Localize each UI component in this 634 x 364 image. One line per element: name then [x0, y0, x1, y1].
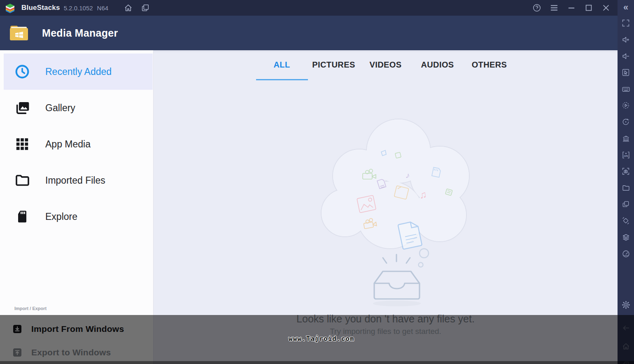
rotate-icon[interactable]: [618, 212, 634, 229]
home-icon[interactable]: [123, 3, 133, 13]
toolbar-rail: « APK: [618, 0, 634, 364]
sidebar-item-label: Recently Added: [45, 66, 112, 77]
tab-pictures[interactable]: PICTURES: [308, 50, 360, 81]
sidebar-item-imported-files[interactable]: Imported Files: [0, 162, 153, 198]
sidebar: Recently Added Gallery App Media Importe…: [0, 50, 154, 364]
nav-home-icon[interactable]: [618, 338, 634, 355]
game-controls-icon[interactable]: [618, 64, 634, 81]
empty-state-subtitle: Try importing files to get started.: [154, 327, 618, 336]
export-up-icon: [12, 348, 22, 357]
grid-icon: [14, 136, 30, 152]
sidebar-item-label: App Media: [45, 139, 91, 150]
layers-icon[interactable]: [618, 229, 634, 245]
app-version: 5.2.0.1052: [64, 5, 93, 12]
maximize-icon[interactable]: [584, 3, 594, 13]
export-to-windows-label: Export to Windows: [31, 348, 111, 357]
sidebar-item-label: Gallery: [45, 103, 75, 114]
empty-state-illustration: ♪ ♫: [316, 118, 481, 316]
multi-window-icon[interactable]: [140, 3, 150, 13]
gallery-icon: [14, 100, 30, 116]
export-to-windows-button[interactable]: Export to Windows: [0, 343, 153, 362]
media-tabs: ALL PICTURES VIDEOS AUDIOS OTHERS: [154, 50, 618, 81]
sidebar-item-gallery[interactable]: Gallery: [0, 90, 153, 126]
windows-folder-icon: [7, 23, 30, 43]
svg-text:♫: ♫: [419, 189, 428, 201]
bluestacks-logo-icon: [5, 2, 16, 13]
minimize-icon[interactable]: [566, 3, 576, 13]
volume-down-icon[interactable]: [618, 48, 634, 64]
nav-recents-icon[interactable]: [618, 357, 634, 364]
sidebar-item-label: Explore: [45, 211, 77, 222]
empty-state-title: Looks like you don 't have any files yet…: [154, 313, 618, 325]
sync-icon[interactable]: [618, 114, 634, 130]
performance-icon[interactable]: [618, 245, 634, 262]
import-from-windows-button[interactable]: Import From Windows: [0, 320, 153, 338]
watermark-text: www.Tajroid.com: [289, 335, 354, 343]
help-icon[interactable]: [532, 3, 542, 13]
building-icon[interactable]: [618, 130, 634, 147]
media-folder-icon[interactable]: [618, 180, 634, 196]
import-export-section-label: Import / Export: [14, 306, 47, 311]
app-build: N64: [97, 5, 109, 12]
collapse-rail-icon[interactable]: «: [618, 0, 634, 15]
tab-audios[interactable]: AUDIOS: [412, 50, 464, 81]
media-manager-header: Media Manager: [0, 16, 618, 50]
close-icon[interactable]: [601, 3, 611, 13]
macro-recorder-icon[interactable]: [618, 97, 634, 114]
screenshot-icon[interactable]: [618, 163, 634, 180]
fullscreen-icon[interactable]: [618, 15, 634, 31]
tab-all[interactable]: ALL: [256, 50, 308, 81]
folder-icon: [14, 172, 30, 189]
svg-text:APK: APK: [623, 154, 628, 157]
settings-gear-icon[interactable]: [618, 296, 634, 313]
volume-up-icon[interactable]: [618, 31, 634, 48]
keyboard-icon[interactable]: [618, 81, 634, 97]
nav-back-icon[interactable]: [618, 320, 634, 336]
sd-card-icon: [14, 208, 30, 225]
install-apk-icon[interactable]: APK: [618, 147, 634, 163]
clock-icon: [14, 63, 30, 80]
import-down-icon: [12, 324, 22, 334]
title-bar: BlueStacks 5.2.0.1052 N64: [0, 0, 634, 16]
sidebar-item-app-media[interactable]: App Media: [0, 126, 153, 162]
app-name: BlueStacks: [21, 4, 60, 12]
sidebar-item-recently-added[interactable]: Recently Added: [4, 54, 153, 90]
tab-others[interactable]: OTHERS: [464, 50, 515, 81]
tab-videos[interactable]: VIDEOS: [360, 50, 412, 81]
sidebar-item-label: Imported Files: [45, 175, 105, 186]
page-title: Media Manager: [42, 27, 118, 39]
sidebar-item-explore[interactable]: Explore: [0, 198, 153, 235]
media-content-area: ALL PICTURES VIDEOS AUDIOS OTHERS ♪ ♫: [154, 50, 618, 364]
import-from-windows-label: Import From Windows: [31, 324, 124, 334]
multi-instance-icon[interactable]: [618, 196, 634, 212]
menu-icon[interactable]: [549, 3, 559, 13]
